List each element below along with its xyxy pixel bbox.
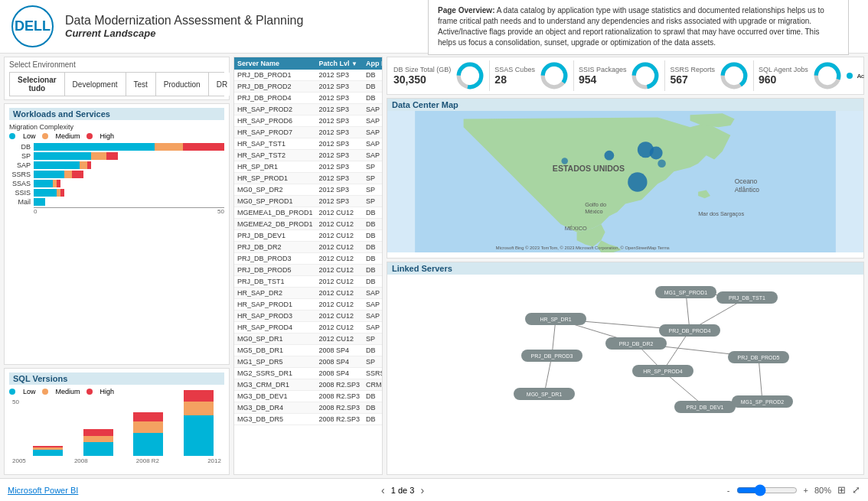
table-row[interactable]: MGEMEA1_DB_PROD12012 CU12DB — [234, 207, 382, 219]
table-row[interactable]: PRJ_DB_PROD42012 SP3DB — [234, 93, 382, 104]
linked-node-PRJ_DB_PROD5[interactable]: PRJ_DB_PROD5 — [728, 351, 789, 363]
table-row[interactable]: HR_SAP_PROD22012 SP3SAP — [234, 104, 382, 115]
workloads-legend-label-1: Medium — [56, 132, 80, 140]
table-row[interactable]: MG5_DB_DR12008 SP4DB — [234, 345, 382, 356]
linked-node-PRJ_DB_PROD4[interactable]: PRJ_DB_PROD4 — [659, 324, 720, 337]
data-center-map-panel: Data Center Map — [387, 98, 864, 259]
table-row[interactable]: HR_SAP_TST12012 SP3SAP — [234, 138, 382, 150]
stat-label-2: SSIS Packages — [579, 66, 627, 73]
table-row[interactable]: HR_SAP_PROD62012 SP3SAP — [234, 115, 382, 127]
table-row[interactable]: PRJ_DB_PROD52012 CU12DB — [234, 265, 382, 276]
table-row[interactable]: MG1_SP_DR52008 SP4SP — [234, 356, 382, 368]
page-overview-label: Page Overview: — [438, 6, 494, 15]
table-cell-17-2: DB — [363, 265, 382, 276]
table-row[interactable]: HR_SP_PROD12012 SP3SP — [234, 173, 382, 184]
sql-legend-label-0: Low — [23, 388, 36, 395]
linked-node-MG1_SP_PROD2[interactable]: MG1_SP_PROD2 — [732, 395, 793, 408]
workloads-bar-row-0: DB — [9, 143, 224, 151]
table-row[interactable]: PRJ_DB_TST12012 CU12DB — [234, 276, 382, 288]
sql-seg-3-1 — [184, 402, 214, 415]
linked-node-PRJ_DB_DR2[interactable]: PRJ_DB_DR2 — [605, 337, 667, 350]
server-table: Server Name Patch Lvl ▼ App Name PRJ_DB_… — [234, 57, 382, 425]
map-dot-6[interactable] — [561, 158, 567, 164]
table-cell-19-1: 2012 CU12 — [316, 288, 364, 299]
table-row[interactable]: HR_SAP_DR22012 CU12SAP — [234, 288, 382, 299]
table-row[interactable]: MG3_DB_DEV12008 R2.SP3DB — [234, 391, 382, 402]
table-row[interactable]: HR_SAP_PROD72012 SP3SAP — [234, 127, 382, 138]
prev-page-button[interactable]: ‹ — [381, 484, 385, 496]
stat-divider — [753, 60, 754, 91]
table-cell-7-0: HR_SAP_TST2 — [234, 150, 316, 161]
bar-label-1: SP — [9, 152, 31, 160]
map-dot-5[interactable] — [628, 172, 647, 191]
table-cell-21-1: 2012 CU12 — [316, 311, 364, 322]
table-cell-9-1: 2012 SP3 — [316, 173, 364, 184]
table-row[interactable]: HR_SP_DR12012 SP3SP — [234, 161, 382, 173]
env-button-selecionar-tudo[interactable]: Selecionar tudo — [10, 73, 65, 96]
bar-segment-2-2 — [87, 161, 91, 169]
linked-node-PRJ_DB_DEV1[interactable]: PRJ_DB_DEV1 — [674, 401, 736, 413]
fit-page-icon[interactable]: ⊞ — [837, 484, 846, 496]
sql-seg-1-1 — [83, 436, 113, 442]
bar-container-0 — [34, 143, 224, 151]
env-button-test[interactable]: Test — [126, 73, 156, 96]
stat-label-1: SSAS Cubes — [494, 66, 535, 73]
header-title-sub: Current Landscape — [65, 28, 303, 39]
table-wrap[interactable]: Server Name Patch Lvl ▼ App Name PRJ_DB_… — [234, 57, 382, 474]
workloads-title: Workloads and Services — [9, 108, 224, 120]
table-cell-10-2: SP — [363, 184, 382, 196]
table-row[interactable]: HR_SAP_PROD32012 CU12SAP — [234, 311, 382, 322]
zoom-plus-icon[interactable]: + — [804, 486, 808, 495]
stat-donut-2 — [631, 61, 660, 90]
table-cell-30-2: DB — [363, 414, 382, 425]
table-row[interactable]: MG2_SSRS_DR12008 SP4SSRS — [234, 368, 382, 379]
table-cell-8-0: HR_SP_DR1 — [234, 161, 316, 173]
bar-segment-6-0 — [34, 198, 45, 206]
table-row[interactable]: MG0_SP_DR12012 CU12SP — [234, 333, 382, 345]
linked-node-MG1_SP_PROD1[interactable]: MG1_SP_PROD1 — [655, 286, 716, 298]
table-row[interactable]: MG3_CRM_DR12008 R2.SP3CRM — [234, 379, 382, 391]
env-button-dr[interactable]: DR — [209, 73, 230, 96]
linked-node-PRJ_DB_TST1[interactable]: PRJ_DB_TST1 — [716, 291, 778, 304]
table-row[interactable]: PRJ_DB_PROD12012 SP3DB — [234, 70, 382, 81]
linked-node-HR_SP_DR1[interactable]: HR_SP_DR1 — [525, 313, 586, 325]
table-cell-14-0: PRJ_DB_DEV1 — [234, 230, 316, 242]
map-dot-3[interactable] — [650, 147, 663, 160]
table-row[interactable]: MG3_DB_DR52008 R2.SP3DB — [234, 414, 382, 425]
sql-x-label: 2012 — [207, 457, 221, 464]
expand-icon[interactable]: ⤢ — [852, 484, 860, 496]
env-button-development[interactable]: Development — [65, 73, 126, 96]
table-row[interactable]: HR_SAP_TST22012 SP3SAP — [234, 150, 382, 161]
table-row[interactable]: MG0_SP_PROD12012 SP3SP — [234, 196, 382, 207]
linked-node-PRJ_DB_PROD3[interactable]: PRJ_DB_PROD3 — [521, 350, 582, 362]
env-button-production[interactable]: Production — [156, 73, 209, 96]
server-table-panel: Server Name Patch Lvl ▼ App Name PRJ_DB_… — [233, 57, 383, 475]
table-cell-22-2: SAP — [363, 322, 382, 333]
table-row[interactable]: HR_SAP_PROD12012 CU12SAP — [234, 299, 382, 311]
linked-node-HR_SP_PROD4[interactable]: HR_SP_PROD4 — [632, 365, 693, 377]
power-bi-link[interactable]: Microsoft Power BI — [8, 486, 78, 495]
active-label: Active — [857, 73, 864, 80]
table-row[interactable]: PRJ_DB_PROD22012 SP3DB — [234, 81, 382, 93]
workloads-bar-row-5: SSIS — [9, 189, 224, 197]
table-row[interactable]: MGEMEA2_DB_PROD12012 CU12DB — [234, 219, 382, 230]
next-page-button[interactable]: › — [420, 484, 424, 496]
map-dot-1[interactable] — [605, 151, 615, 161]
stat-donut-1 — [540, 61, 569, 90]
table-cell-18-0: PRJ_DB_TST1 — [234, 276, 316, 288]
table-cell-4-0: HR_SAP_PROD6 — [234, 115, 316, 127]
table-cell-24-2: DB — [363, 345, 382, 356]
stat-value-3: 567 — [670, 73, 715, 86]
table-row[interactable]: PRJ_DB_DR22012 CU12DB — [234, 242, 382, 253]
table-row[interactable]: PRJ_DB_PROD32012 CU12DB — [234, 253, 382, 265]
table-row[interactable]: MG3_DB_DR42008 R2.SP3DB — [234, 402, 382, 414]
table-row[interactable]: HR_SAP_PROD42012 CU12SAP — [234, 322, 382, 333]
linked-node-MG0_SP_DR1[interactable]: MG0_SP_DR1 — [514, 388, 575, 400]
table-row[interactable]: PRJ_DB_DEV12012 CU12DB — [234, 230, 382, 242]
table-row[interactable]: MG0_SP_DR22012 SP3SP — [234, 184, 382, 196]
zoom-minus-icon[interactable]: - — [727, 486, 730, 495]
table-cell-8-1: 2012 SP3 — [316, 161, 364, 173]
col-app-name: App Name — [363, 57, 382, 70]
zoom-slider[interactable] — [736, 484, 798, 496]
map-dot-4[interactable] — [658, 159, 666, 168]
